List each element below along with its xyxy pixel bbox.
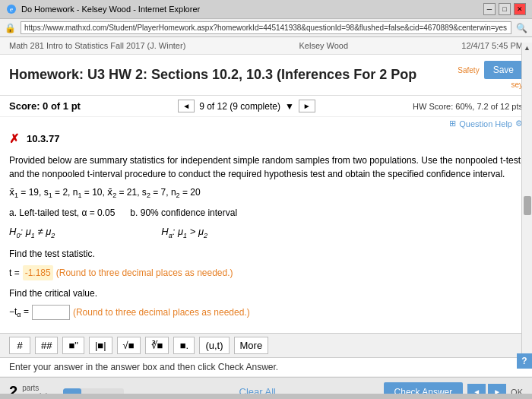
next-arrow-button[interactable]: ► [488,384,506,394]
math-btn-5[interactable]: √■ [117,337,141,354]
address-input[interactable] [21,21,511,34]
question-help-row: ⊞ Question Help ⚙ [0,117,532,130]
ie-icon: e [6,4,17,14]
question-help-link[interactable]: Question Help [459,119,512,128]
wrong-answer-row: ✗ 10.3.77 [0,130,532,147]
progress-text: 9 of 12 (9 complete) [199,101,280,112]
variables: x̄1 = 19, s1 = 2, n1 = 10, x̄2 = 21, s2 … [9,185,523,201]
user-name: Kelsey Wood [299,41,348,50]
ha-hypothesis: Ha: μ1 > μ2 [161,224,207,241]
problem-description: Provided below are summary statistics fo… [9,154,523,181]
homework-title: Homework: U3 HW 2: Sections 10.2, 10.3 (… [9,67,416,82]
svg-text:e: e [10,6,14,13]
parts-remaining: 2 parts remaining [9,383,55,394]
minimize-button[interactable]: ─ [483,3,496,15]
parts-number: 2 [9,383,17,394]
close-button[interactable]: ✕ [514,3,526,15]
bottom-bar: 2 parts remaining Clear All Check Answer… [0,377,532,394]
math-btn-7[interactable]: ■. [173,337,195,354]
answer-row: Enter your answer in the answer box and … [0,358,532,377]
wrong-icon: ✗ [9,131,19,146]
problem-area: Provided below are summary statistics fo… [0,147,532,333]
critical-value-row: −tα = (Round to three decimal places as … [9,305,523,321]
title-bar: e Do Homework - Kelsey Wood - Internet E… [0,0,532,19]
math-btn-1[interactable]: # [9,337,30,354]
search-icon: 🔍 [516,23,527,33]
scroll-up-arrow[interactable]: ▲ [522,43,532,53]
math-btn-6[interactable]: ∛■ [145,337,169,354]
variables-text: x̄1 = 19, s1 = 2, n1 = 10, x̄2 = 21, s2 … [9,187,201,198]
next-button[interactable]: ► [299,100,315,112]
part-b-label: b. 90% confidence interval [130,206,237,220]
h0-hypothesis: H0: μ1 ≠ μ2 [9,224,55,241]
math-btn-2[interactable]: ## [35,337,58,354]
test-statistic-row: Find the test statistic. [9,247,523,261]
address-bar: 🔒 🔍 [0,19,532,37]
math-btn-more[interactable]: More [234,337,269,354]
scroll-thumb[interactable] [524,196,531,215]
check-answer-button[interactable]: Check Answer [384,382,464,394]
critical-note: (Round to three decimal places as needed… [73,306,250,319]
hw-score: HW Score: 60%, 7.2 of 12 pts [413,102,523,111]
progress-container [63,388,124,394]
window-controls: ─ □ ✕ [483,3,526,15]
dropdown-arrow: ▼ [285,101,294,112]
critical-label: −tα = [9,305,29,321]
nav-arrows: ◄ ► [467,384,506,394]
score-nav: Score: 0 of 1 pt ◄ 9 of 12 (9 complete) … [0,96,532,117]
save-button[interactable]: Save [484,61,523,79]
part-a-label: a. Left-tailed test, α = 0.05 [9,206,115,220]
safety-label: Safety [458,66,479,74]
t-value: -1.185 [23,265,53,280]
math-btn-3[interactable]: ■" [62,337,84,354]
page-header: Math 281 Intro to Statistics Fall 2017 (… [0,37,532,55]
lock-icon: 🔒 [5,23,16,33]
ok-label: OK [511,388,523,394]
math-btn-8[interactable]: (u,t) [199,337,229,354]
page-content: Math 281 Intro to Statistics Fall 2017 (… [0,37,532,394]
find-test-label: Find the test statistic. [9,249,95,259]
math-btn-4[interactable]: |■| [89,337,112,354]
t-label: t = [9,266,20,280]
maximize-button[interactable]: □ [499,3,511,15]
prev-button[interactable]: ◄ [178,100,195,112]
t-note: (Round to three decimal places as needed… [56,266,233,280]
problem-number: 10.3.77 [27,133,59,144]
browser-title: Do Homework - Kelsey Wood - Internet Exp… [21,5,200,14]
hypotheses-row: H0: μ1 ≠ μ2 Ha: μ1 > μ2 [9,224,523,241]
grid-icon: ⊞ [449,119,456,128]
find-critical-label: Find the critical value. [9,287,523,300]
math-toolbar: # ## ■" |■| √■ ∛■ ■. (u,t) More [0,333,532,358]
remaining-label: remaining [22,392,55,394]
t-value-row: t = -1.185 (Round to three decimal place… [9,265,523,280]
score-text: Score: 0 of 1 pt [9,100,81,112]
help-button[interactable]: ? [517,353,532,369]
progress-bar [63,388,124,394]
parts-label: parts [22,384,55,392]
homework-header: Homework: U3 HW 2: Sections 10.2, 10.3 (… [0,55,532,96]
clear-all-button[interactable]: Clear All [239,386,276,394]
scrollbar[interactable]: ▲ ▼ [521,43,532,369]
answer-instruction: Enter your answer in the answer box and … [9,362,278,372]
progress-fill [63,388,81,394]
answer-input-box[interactable] [32,305,70,320]
datetime: 12/4/17 5:45 PM [461,41,523,50]
prev-arrow-button[interactable]: ◄ [467,384,486,394]
sub-labels: a. Left-tailed test, α = 0.05 b. 90% con… [9,206,523,220]
course-name: Math 281 Intro to Statistics Fall 2017 (… [9,41,185,50]
